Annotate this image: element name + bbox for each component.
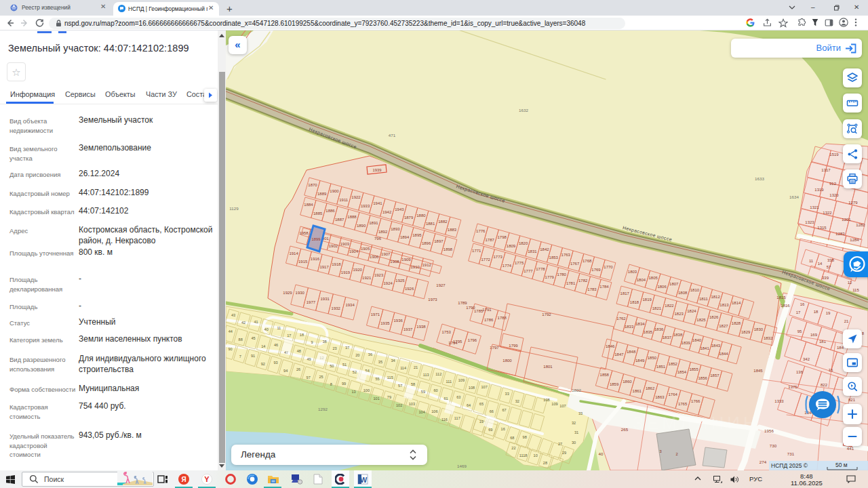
svg-text:45: 45: [251, 336, 255, 340]
svg-text:1933: 1933: [361, 204, 370, 208]
svg-text:11: 11: [809, 259, 814, 263]
svg-text:21: 21: [414, 365, 418, 369]
svg-text:17: 17: [796, 310, 801, 314]
svg-text:1806: 1806: [657, 285, 667, 289]
svg-text:1779: 1779: [545, 275, 555, 279]
svg-text:17: 17: [287, 333, 291, 338]
svg-text:1886: 1886: [326, 209, 335, 213]
svg-text:Я: Я: [181, 476, 186, 483]
svg-text:1770: 1770: [604, 265, 613, 269]
svg-text:1315: 1315: [817, 226, 827, 230]
svg-text:136: 136: [796, 370, 804, 374]
svg-text:1828: 1828: [732, 321, 741, 325]
svg-text:113: 113: [423, 373, 429, 377]
svg-text:67: 67: [502, 408, 506, 412]
svg-text:1794: 1794: [448, 341, 458, 345]
svg-text:63: 63: [456, 395, 460, 399]
svg-text:1808: 1808: [678, 291, 688, 295]
svg-text:20: 20: [355, 353, 359, 357]
svg-text:731: 731: [787, 451, 795, 456]
svg-text:25: 25: [319, 375, 323, 379]
svg-text:99: 99: [342, 382, 346, 386]
svg-text:1824: 1824: [687, 309, 696, 313]
svg-text:1772: 1772: [481, 258, 491, 262]
svg-text:339: 339: [822, 276, 829, 280]
svg-text:1925: 1925: [395, 279, 405, 283]
svg-text:1888: 1888: [347, 215, 357, 219]
svg-text:1292: 1292: [318, 407, 328, 411]
svg-text:1778: 1778: [536, 267, 545, 271]
svg-text:36: 36: [368, 352, 372, 357]
svg-text:1920: 1920: [353, 268, 363, 272]
svg-text:1856: 1856: [698, 376, 708, 380]
svg-text:1971: 1971: [371, 312, 380, 317]
svg-text:1825: 1825: [696, 318, 706, 322]
svg-text:274: 274: [760, 460, 767, 464]
svg-text:69: 69: [488, 428, 492, 432]
svg-text:1904: 1904: [349, 249, 359, 253]
svg-text:1817: 1817: [620, 291, 630, 296]
svg-text:471: 471: [389, 133, 396, 138]
svg-text:1813: 1813: [719, 303, 729, 307]
svg-text:1822: 1822: [665, 304, 674, 308]
svg-text:1900: 1900: [330, 189, 339, 193]
svg-text:1844: 1844: [719, 352, 728, 356]
svg-text:106: 106: [431, 409, 437, 413]
svg-text:1786: 1786: [484, 318, 494, 322]
svg-text:1519: 1519: [829, 152, 839, 157]
svg-text:1918: 1918: [332, 262, 341, 266]
svg-text:1906: 1906: [370, 255, 379, 259]
svg-text:1320: 1320: [829, 193, 839, 197]
svg-text:1943: 1943: [395, 207, 404, 211]
svg-text:1819: 1819: [643, 298, 652, 302]
svg-text:1800: 1800: [502, 359, 512, 363]
svg-text:1921: 1921: [362, 276, 372, 280]
svg-text:91: 91: [251, 354, 255, 358]
svg-text:1634: 1634: [789, 195, 799, 199]
svg-text:95: 95: [797, 329, 802, 333]
svg-text:66: 66: [490, 409, 494, 413]
svg-text:730: 730: [770, 443, 777, 448]
svg-text:1814: 1814: [732, 301, 741, 305]
svg-text:ЗЕМЛЯНИН: ЗЕМЛЯНИН: [633, 413, 760, 433]
svg-text:1935: 1935: [380, 321, 390, 325]
svg-text:29: 29: [562, 451, 566, 455]
svg-text:1815: 1815: [776, 296, 786, 300]
svg-text:1894: 1894: [400, 235, 410, 239]
svg-text:1892: 1892: [378, 230, 388, 234]
svg-text:1847: 1847: [614, 352, 624, 357]
svg-text:1782: 1782: [578, 279, 588, 283]
svg-text:1843: 1843: [711, 344, 721, 348]
svg-text:116: 116: [441, 418, 448, 422]
svg-text:1881: 1881: [426, 222, 435, 226]
svg-text:90: 90: [228, 347, 232, 351]
svg-text:1777: 1777: [524, 269, 533, 273]
svg-text:1851: 1851: [656, 365, 666, 369]
svg-text:1762: 1762: [616, 317, 626, 321]
svg-text:1905: 1905: [361, 247, 370, 251]
svg-text:1941: 1941: [373, 201, 382, 205]
svg-text:1942: 1942: [382, 210, 392, 214]
svg-text:1840: 1840: [692, 338, 702, 342]
svg-text:1799: 1799: [509, 344, 518, 348]
svg-text:1804: 1804: [637, 278, 646, 282]
svg-text:38: 38: [322, 340, 326, 344]
svg-text:1911: 1911: [339, 198, 349, 202]
svg-text:1783: 1783: [587, 287, 597, 291]
svg-text:1922: 1922: [351, 195, 361, 199]
svg-text:60: 60: [433, 388, 437, 392]
svg-text:1882: 1882: [438, 220, 448, 224]
svg-text:1890: 1890: [357, 224, 366, 228]
svg-text:1908: 1908: [390, 260, 399, 264]
svg-text:1781: 1781: [566, 281, 576, 285]
svg-text:92: 92: [261, 362, 265, 366]
svg-text:1837: 1837: [663, 336, 672, 340]
svg-text:103: 103: [409, 402, 415, 406]
svg-text:912: 912: [829, 182, 837, 186]
svg-text:1632: 1632: [519, 108, 528, 113]
svg-text:34: 34: [391, 359, 395, 363]
svg-text:1279: 1279: [848, 201, 858, 205]
svg-text:44: 44: [229, 329, 233, 333]
svg-text:1893: 1893: [391, 227, 400, 231]
svg-text:1927: 1927: [436, 283, 446, 287]
